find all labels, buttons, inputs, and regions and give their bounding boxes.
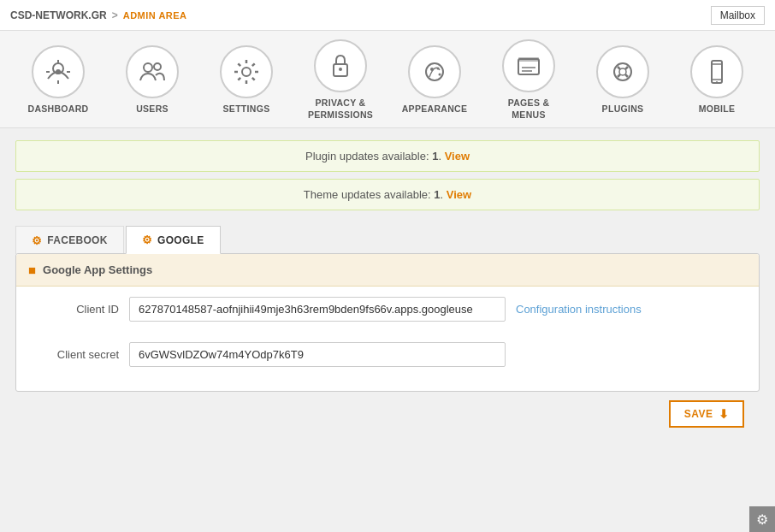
- privacy-icon: [327, 52, 354, 80]
- client-secret-input[interactable]: [129, 342, 506, 367]
- svg-point-8: [430, 68, 434, 71]
- svg-point-7: [426, 63, 443, 80]
- bottom-gear-icon: ⚙: [756, 511, 768, 528]
- privacy-label: PRIVACY & PERMISSIONS: [308, 98, 373, 121]
- sidebar-item-dashboard[interactable]: DASHBOARD: [20, 45, 97, 115]
- tab-bar: ⚙ FACEBOOK ⚙ GOOGLE: [15, 226, 760, 254]
- save-button[interactable]: SAVE ⬇: [669, 400, 744, 428]
- theme-update-notification: Theme updates available: 1. View: [15, 179, 760, 210]
- users-icon: [139, 58, 166, 86]
- plugin-update-number: 1: [432, 150, 438, 163]
- top-bar: CSD-NETWORK.GR > ADMIN AREA Mailbox: [0, 0, 775, 31]
- plugin-update-notification: Plugin updates available: 1. View: [15, 140, 760, 172]
- svg-point-10: [439, 73, 441, 75]
- mobile-icon-circle: [690, 45, 743, 98]
- settings-icon: [233, 58, 260, 86]
- sidebar-item-privacy[interactable]: PRIVACY & PERMISSIONS: [302, 39, 379, 121]
- sidebar-item-mobile[interactable]: MOBILE: [678, 45, 755, 115]
- plugins-label: PLUGINS: [602, 103, 644, 115]
- bottom-gear-button[interactable]: ⚙: [749, 506, 775, 532]
- client-id-row: Client ID Configuration instructions: [16, 287, 759, 332]
- appearance-icon: [421, 58, 448, 86]
- client-id-label: Client ID: [33, 303, 119, 316]
- plugin-update-text: Plugin updates available:: [305, 150, 432, 163]
- pages-label: PAGES & MENUS: [490, 98, 567, 121]
- tab-google[interactable]: ⚙ GOOGLE: [126, 226, 221, 254]
- sidebar-item-users[interactable]: USERS: [114, 45, 191, 115]
- users-label: USERS: [136, 103, 169, 115]
- tab-google-label: GOOGLE: [157, 234, 204, 246]
- client-id-input[interactable]: [129, 297, 506, 322]
- sidebar-item-pages[interactable]: PAGES & MENUS: [490, 39, 567, 121]
- svg-point-2: [144, 63, 152, 72]
- settings-icon-circle: [220, 45, 273, 98]
- dashboard-icon-circle: [32, 45, 85, 98]
- svg-point-3: [154, 63, 161, 70]
- settings-label: SETTINGS: [223, 103, 270, 115]
- pages-icon-circle: [502, 39, 555, 92]
- settings-panel: ■ Google App Settings Client ID Configur…: [15, 253, 760, 392]
- sidebar-item-appearance[interactable]: APPEARANCE: [396, 45, 473, 115]
- sidebar-item-settings[interactable]: SETTINGS: [208, 45, 285, 115]
- client-secret-row: Client secret: [16, 332, 759, 377]
- svg-point-20: [716, 81, 718, 83]
- facebook-tab-icon: ⚙: [32, 234, 42, 247]
- breadcrumb-site: CSD-NETWORK.GR: [10, 9, 107, 21]
- nav-bar: DASHBOARD USERS SETTINGS: [0, 31, 775, 128]
- save-label: SAVE: [684, 408, 713, 420]
- theme-update-text: Theme updates available:: [304, 188, 434, 201]
- mailbox-button[interactable]: Mailbox: [711, 6, 765, 25]
- google-tab-icon: ⚙: [142, 233, 152, 246]
- svg-point-6: [339, 68, 342, 71]
- privacy-icon-circle: [314, 39, 367, 92]
- plugins-icon-circle: [596, 45, 649, 98]
- pages-icon: [515, 52, 542, 80]
- footer-bar: SAVE ⬇: [15, 392, 760, 433]
- panel-header-icon: ■: [28, 263, 36, 277]
- theme-update-link[interactable]: View: [447, 188, 471, 201]
- breadcrumb-admin: ADMIN AREA: [123, 10, 187, 21]
- breadcrumb-sep: >: [112, 9, 118, 21]
- svg-point-9: [437, 67, 440, 69]
- svg-point-4: [242, 68, 251, 76]
- users-icon-circle: [126, 45, 179, 98]
- breadcrumb: CSD-NETWORK.GR > ADMIN AREA: [10, 9, 187, 21]
- save-icon: ⬇: [719, 407, 730, 421]
- theme-update-number: 1: [434, 188, 440, 201]
- dashboard-label: DASHBOARD: [28, 103, 89, 115]
- panel-title: Google App Settings: [43, 263, 152, 276]
- appearance-label: APPEARANCE: [402, 103, 468, 115]
- svg-point-16: [619, 68, 626, 75]
- dashboard-icon: [44, 58, 72, 86]
- mobile-icon: [703, 58, 731, 86]
- panel-header: ■ Google App Settings: [16, 254, 759, 287]
- tab-facebook-label: FACEBOOK: [47, 234, 107, 246]
- tab-facebook[interactable]: ⚙ FACEBOOK: [15, 226, 124, 254]
- mobile-label: MOBILE: [699, 103, 736, 115]
- appearance-icon-circle: [408, 45, 461, 98]
- client-secret-label: Client secret: [33, 348, 119, 361]
- configuration-instructions-link[interactable]: Configuration instructions: [516, 303, 642, 316]
- plugins-icon: [609, 58, 636, 86]
- svg-rect-12: [518, 57, 539, 62]
- content-area: Plugin updates available: 1. View Theme …: [0, 128, 775, 445]
- plugin-update-link[interactable]: View: [445, 150, 470, 163]
- sidebar-item-plugins[interactable]: PLUGINS: [584, 45, 661, 115]
